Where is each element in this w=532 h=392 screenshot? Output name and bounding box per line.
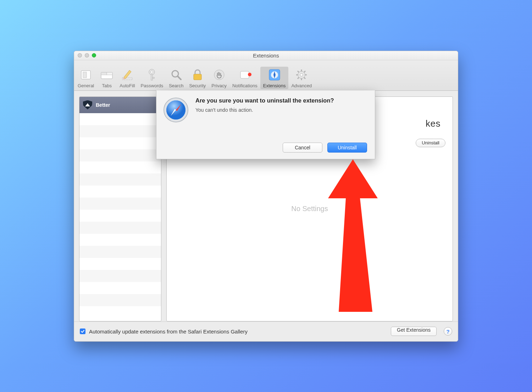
lock-icon [191,68,204,82]
hand-icon [212,68,226,82]
extensions-icon [268,68,281,82]
window-title: Extensions [74,53,458,59]
tab-search[interactable]: Search [166,67,186,89]
get-extensions-button[interactable]: Get Extensions [391,327,437,336]
svg-line-23 [298,71,299,72]
svg-line-11 [178,76,181,79]
confirm-uninstall-button[interactable]: Uninstall [327,143,367,153]
tab-general[interactable]: General [75,67,97,89]
svg-rect-12 [194,74,201,80]
tab-privacy[interactable]: Privacy [209,67,229,89]
extension-name: Better [96,102,110,108]
tab-autofill[interactable]: AutoFill [117,67,138,89]
search-icon [170,68,183,82]
svg-line-24 [304,77,305,79]
gear-icon [295,68,308,82]
tab-passwords[interactable]: Passwords [138,67,166,89]
extensions-sidebar: Better [79,96,161,321]
tab-label: AutoFill [120,83,135,88]
tab-extensions[interactable]: Extensions [260,67,289,89]
tab-label: Privacy [211,83,227,88]
uninstall-button[interactable]: Uninstall [416,139,445,147]
key-icon [145,68,159,82]
notification-badge [248,73,251,76]
titlebar: Extensions [74,51,458,60]
help-icon: ? [446,328,449,335]
get-extensions-label: Get Extensions [397,327,431,333]
help-button[interactable]: ? [444,327,452,336]
tab-label: Passwords [141,83,164,88]
tab-label: General [78,83,94,88]
svg-rect-9 [153,77,154,78]
preferences-toolbar: General Tabs AutoFill Passwords [74,60,458,91]
svg-rect-8 [151,74,153,80]
tab-advanced[interactable]: Advanced [288,67,315,89]
svg-line-25 [304,71,305,72]
shield-icon [83,100,92,110]
svg-rect-3 [101,72,107,75]
svg-line-26 [298,77,299,79]
svg-point-7 [151,71,153,73]
tab-label: Tabs [102,83,112,88]
tab-tabs[interactable]: Tabs [97,67,117,89]
pencil-icon [121,68,134,82]
tab-security[interactable]: Security [186,67,209,89]
cancel-label: Cancel [295,145,310,150]
tab-label: Notifications [232,83,257,88]
tabs-icon [100,68,113,82]
notification-icon [238,68,251,82]
dialog-title: Are you sure you want to uninstall the e… [195,97,367,104]
switch-icon [79,68,93,82]
extension-list-item[interactable]: Better [79,97,161,113]
safari-icon [163,97,189,123]
confirm-label: Uninstall [338,145,357,150]
tab-label: Extensions [263,83,286,88]
cancel-button[interactable]: Cancel [283,143,322,153]
footer-bar: Automatically update extensions from the… [74,321,458,341]
extension-title: kes [426,118,440,129]
tab-label: Security [189,83,206,88]
tab-label: Search [169,83,183,88]
tab-notifications[interactable]: Notifications [229,67,260,89]
svg-rect-1 [83,72,87,78]
tab-label: Advanced [291,83,312,88]
svg-point-18 [300,73,303,76]
dialog-subtitle: You can't undo this action. [195,107,367,113]
uninstall-label: Uninstall [422,140,439,145]
auto-update-checkbox[interactable] [80,328,85,334]
confirm-uninstall-dialog: Are you sure you want to uninstall the e… [156,90,375,159]
preferences-window: Extensions General Tabs AutoFill [74,51,458,342]
auto-update-label: Automatically update extensions from the… [89,328,387,335]
svg-rect-4 [107,72,112,75]
